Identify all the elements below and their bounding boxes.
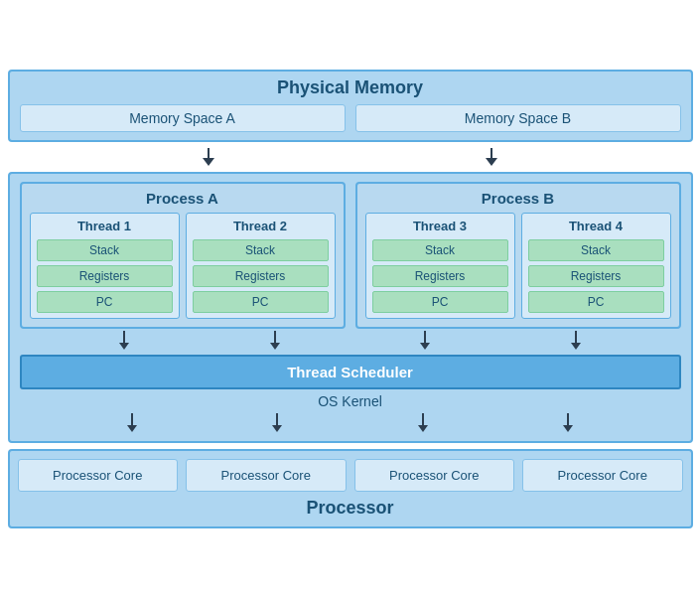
thread-1-pc: PC xyxy=(37,291,173,313)
os-kernel-label: OS Kernel xyxy=(20,389,681,411)
os-area: Process A Thread 1 Stack Registers PC Th… xyxy=(8,172,693,443)
thread-3-title: Thread 3 xyxy=(413,219,467,233)
memory-space-a: Memory Space A xyxy=(20,104,346,132)
thread-4-title: Thread 4 xyxy=(569,219,623,233)
thread-3-registers: Registers xyxy=(372,265,508,287)
processor-core-3: Processor Core xyxy=(354,459,515,492)
arrow-memory-a xyxy=(203,148,214,166)
process-b-threads: Thread 3 Stack Registers PC Thread 4 Sta… xyxy=(365,213,671,319)
thread-2-registers: Registers xyxy=(193,265,329,287)
thread-3-stack: Stack xyxy=(372,239,508,261)
process-a-threads: Thread 1 Stack Registers PC Thread 2 Sta… xyxy=(30,213,336,319)
processes-row: Process A Thread 1 Stack Registers PC Th… xyxy=(20,182,681,329)
physical-memory-title: Physical Memory xyxy=(20,77,681,98)
thread-3-box: Thread 3 Stack Registers PC xyxy=(365,213,515,319)
process-b-title: Process B xyxy=(365,190,671,207)
thread-4-box: Thread 4 Stack Registers PC xyxy=(521,213,671,319)
arrow-thread-3 xyxy=(420,331,430,351)
thread-2-stack: Stack xyxy=(193,239,329,261)
processor-area: Processor Core Processor Core Processor … xyxy=(8,449,693,528)
thread-1-stack: Stack xyxy=(37,239,173,261)
processor-title: Processor xyxy=(18,498,683,519)
thread-1-box: Thread 1 Stack Registers PC xyxy=(30,213,180,319)
arrow-core-4 xyxy=(563,413,573,433)
thread-to-scheduler-arrows xyxy=(20,331,681,351)
processor-cores-row: Processor Core Processor Core Processor … xyxy=(18,459,683,492)
arrow-thread-4 xyxy=(571,331,581,351)
memory-to-process-arrows xyxy=(8,148,693,166)
memory-space-b: Memory Space B xyxy=(355,104,681,132)
process-a-title: Process A xyxy=(30,190,336,207)
thread-2-title: Thread 2 xyxy=(233,219,287,233)
arrow-core-2 xyxy=(272,413,282,433)
processor-core-2: Processor Core xyxy=(186,459,347,492)
processor-core-1: Processor Core xyxy=(18,459,179,492)
process-b-box: Process B Thread 3 Stack Registers PC Th… xyxy=(355,182,681,329)
memory-spaces-row: Memory Space A Memory Space B xyxy=(20,104,681,132)
thread-3-pc: PC xyxy=(372,291,508,313)
arrow-core-1 xyxy=(127,413,137,433)
thread-1-title: Thread 1 xyxy=(77,219,131,233)
physical-memory-box: Physical Memory Memory Space A Memory Sp… xyxy=(8,70,693,142)
thread-4-registers: Registers xyxy=(528,265,664,287)
process-a-box: Process A Thread 1 Stack Registers PC Th… xyxy=(20,182,346,329)
thread-4-stack: Stack xyxy=(528,239,664,261)
diagram: Physical Memory Memory Space A Memory Sp… xyxy=(8,70,693,528)
os-kernel-text: OS Kernel xyxy=(318,393,382,409)
arrow-thread-1 xyxy=(119,331,129,351)
arrow-memory-b xyxy=(486,148,497,166)
thread-2-box: Thread 2 Stack Registers PC xyxy=(186,213,336,319)
thread-scheduler: Thread Scheduler xyxy=(20,355,681,389)
thread-4-pc: PC xyxy=(528,291,664,313)
arrow-thread-2 xyxy=(270,331,280,351)
scheduler-to-core-arrows xyxy=(20,413,681,433)
thread-1-registers: Registers xyxy=(37,265,173,287)
thread-2-pc: PC xyxy=(193,291,329,313)
processor-core-4: Processor Core xyxy=(522,459,683,492)
arrow-core-3 xyxy=(418,413,428,433)
